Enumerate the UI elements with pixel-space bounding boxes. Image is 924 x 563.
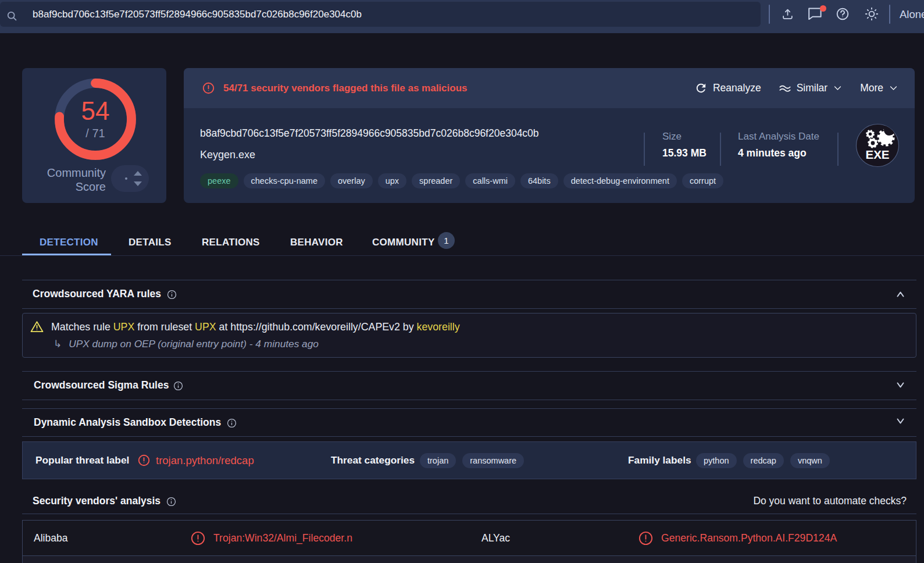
tab-community[interactable]: COMMUNITY xyxy=(372,230,435,255)
yara-description: ↳UPX dump on OEP (original entry point) … xyxy=(53,338,319,350)
section-rule xyxy=(22,400,916,400)
info-icon[interactable] xyxy=(173,381,183,391)
score-positives: 54 xyxy=(22,98,169,124)
vendor-result: Trojan:Win32/Almi_Filecoder.n xyxy=(191,521,352,556)
community-vote-widget[interactable] xyxy=(111,165,149,192)
chevron-down-icon xyxy=(889,83,898,93)
tag-corrupt[interactable]: corrupt xyxy=(682,173,723,188)
yara-section-title: Crowdsourced YARA rules xyxy=(33,288,161,300)
last-analysis-date-label: Last Analysis Date xyxy=(738,131,819,142)
similar-button[interactable]: Similar xyxy=(779,82,843,95)
reanalyze-button[interactable]: Reanalyze xyxy=(694,81,761,95)
family-python[interactable]: python xyxy=(696,453,737,468)
last-analysis-date-value: 4 minutes ago xyxy=(738,147,807,159)
community-count-badge: 1 xyxy=(438,232,455,249)
exe-file-type-icon: EXE xyxy=(855,123,900,168)
section-rule xyxy=(22,308,916,309)
tab-relations[interactable]: RELATIONS xyxy=(202,230,260,255)
tag-calls-wmi[interactable]: calls-wmi xyxy=(465,173,515,188)
sandbox-section-title: Dynamic Analysis Sandbox Detections xyxy=(34,416,221,429)
section-rule xyxy=(22,371,916,372)
reanalyze-label: Reanalyze xyxy=(713,82,761,94)
file-header-card: 54/71 security vendors flagged this file… xyxy=(184,68,915,203)
vendor-result: Generic.Ransom.Python.AI.F29D124A xyxy=(638,521,837,556)
size-value: 15.93 MB xyxy=(662,147,707,159)
vote-down-icon[interactable] xyxy=(134,181,142,186)
yara-match-url: at https://github.com/kevoreilly/CAPEv2 … xyxy=(216,321,417,333)
help-icon[interactable] xyxy=(836,7,850,21)
automate-checks-link[interactable]: Do you want to automate checks? xyxy=(753,495,907,507)
community-score-line1: Community xyxy=(28,166,106,180)
yara-match-mid: from ruleset xyxy=(134,321,195,333)
expand-sandbox-icon[interactable] xyxy=(897,418,904,424)
tag-peexe[interactable]: peexe xyxy=(200,173,238,188)
tab-details[interactable]: DETAILS xyxy=(129,230,172,255)
upload-icon[interactable] xyxy=(782,8,794,20)
yara-rule-link[interactable]: UPX xyxy=(113,321,135,333)
community-score-label: Community Score xyxy=(28,166,106,194)
yara-ruleset-link[interactable]: UPX xyxy=(195,321,216,333)
tag-64bits[interactable]: 64bits xyxy=(520,173,558,188)
virustotal-file-report: Alone 54 / 71 Community Score 54/71 secu… xyxy=(0,0,924,563)
banner-alert: 54/71 security vendors flagged this file… xyxy=(202,68,468,108)
meta-divider xyxy=(720,133,721,166)
tag-overlay[interactable]: overlay xyxy=(330,173,373,188)
vendor-row: Alibaba Trojan:Win32/Almi_Filecoder.n AL… xyxy=(23,521,916,556)
category-trojan[interactable]: trojan xyxy=(420,453,456,468)
more-button[interactable]: More xyxy=(860,82,898,94)
meta-divider xyxy=(644,133,645,166)
search-box xyxy=(0,2,761,27)
notification-dot xyxy=(820,5,826,12)
banner-alert-text: 54/71 security vendors flagged this file… xyxy=(223,83,468,94)
banner-actions: Reanalyze Similar More xyxy=(694,68,898,108)
tag-checks-cpu-name[interactable]: checks-cpu-name xyxy=(244,173,325,188)
reanalyze-icon xyxy=(694,81,708,95)
family-labels-title: Family labels xyxy=(628,442,691,479)
exe-badge-text: EXE xyxy=(865,148,889,161)
tab-bar: DETECTION DETAILS RELATIONS BEHAVIOR COM… xyxy=(0,230,924,256)
expand-sigma-icon[interactable] xyxy=(897,382,904,388)
popular-threat-label-group: trojan.python/redcap xyxy=(138,442,254,479)
info-icon[interactable] xyxy=(167,290,177,300)
alert-circle-icon xyxy=(202,82,215,94)
vendor-result-text: Generic.Ransom.Python.AI.F29D124A xyxy=(661,532,837,544)
chevron-down-icon xyxy=(833,83,843,93)
vote-up-icon[interactable] xyxy=(134,171,142,176)
active-tab-underline xyxy=(22,254,111,255)
topbar-divider-2 xyxy=(889,5,890,24)
family-redcap[interactable]: redcap xyxy=(743,453,784,468)
tab-behavior[interactable]: BEHAVIOR xyxy=(290,230,343,255)
threat-categories-group: trojan ransomware xyxy=(420,442,524,479)
tag-detect-debug-environment[interactable]: detect-debug-environment xyxy=(563,173,677,188)
info-icon[interactable] xyxy=(166,497,176,507)
file-hash: b8af9cbd706c13f5e7f20573ff5f2894966c9058… xyxy=(200,127,539,140)
alert-circle-icon xyxy=(138,454,150,466)
user-name[interactable]: Alone xyxy=(900,0,924,29)
meta-divider xyxy=(837,133,839,166)
size-label: Size xyxy=(662,131,682,142)
family-vnqwn[interactable]: vnqwn xyxy=(790,453,830,468)
yara-author-link[interactable]: kevoreilly xyxy=(417,321,460,333)
vendor-row-partial xyxy=(23,556,916,563)
warning-icon xyxy=(30,320,44,334)
section-rule xyxy=(22,436,916,437)
yara-match-line: Matches rule UPX from ruleset UPX at htt… xyxy=(51,321,460,333)
tag-spreader[interactable]: spreader xyxy=(412,173,460,188)
theme-toggle-icon[interactable] xyxy=(865,7,879,21)
collapse-yara-icon[interactable] xyxy=(897,291,904,297)
tab-detection[interactable]: DETECTION xyxy=(40,230,98,255)
alert-circle-icon xyxy=(191,531,205,546)
section-rule xyxy=(22,280,916,280)
popular-threat-label-title: Popular threat label xyxy=(35,442,129,479)
tag-upx[interactable]: upx xyxy=(378,173,406,188)
vendor-name: ALYac xyxy=(481,521,510,556)
threat-categories-title: Threat categories xyxy=(331,442,415,479)
more-label: More xyxy=(860,82,883,94)
yara-rule-description: UPX dump on OEP (original entry point) -… xyxy=(69,338,319,350)
community-score-line2: Score xyxy=(28,180,106,194)
info-icon[interactable] xyxy=(227,418,237,428)
similar-icon xyxy=(779,82,791,95)
category-ransomware[interactable]: ransomware xyxy=(462,453,524,468)
search-input[interactable] xyxy=(0,2,761,27)
file-name: Keygen.exe xyxy=(200,149,255,161)
